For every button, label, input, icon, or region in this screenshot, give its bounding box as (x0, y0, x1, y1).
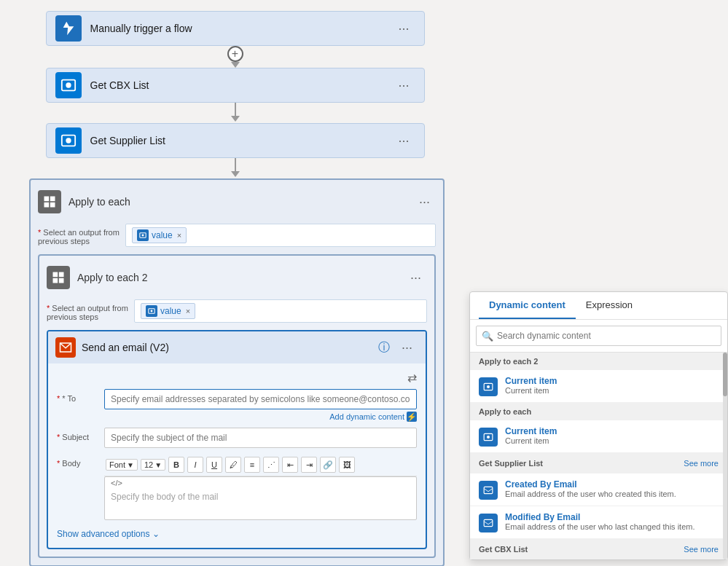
apply-each-label: Apply to each (69, 196, 413, 208)
current-item-2-title: Current item (505, 426, 557, 436)
sharepoint-icon-cbx (55, 72, 82, 98)
value-tag-outer[interactable]: value × (132, 227, 187, 243)
bold-button[interactable]: B (168, 457, 184, 473)
manually-trigger-label: Manually trigger a flow (90, 23, 393, 34)
tab-dynamic-content[interactable]: Dynamic content (479, 292, 576, 319)
select-output-label-inner: * Select an output from previous steps (47, 299, 134, 323)
align-left-button[interactable]: ⇤ (282, 457, 298, 473)
manually-trigger-dots[interactable]: ··· (392, 18, 415, 39)
info-icon[interactable]: ⓘ (378, 340, 390, 355)
apply-each-2-dots[interactable]: ··· (404, 267, 427, 288)
value-tag-icon-outer (137, 229, 149, 241)
underline-button[interactable]: U (206, 457, 222, 473)
value-tag-x-outer[interactable]: × (177, 231, 181, 240)
body-code-indicator: </> (105, 477, 416, 489)
get-supplier-label: Get Supplier List (90, 135, 393, 146)
created-by-email-item[interactable]: Created By Email Email address of the us… (470, 473, 727, 506)
add-dynamic-text[interactable]: Add dynamic content (329, 412, 404, 421)
send-email-icon (55, 337, 76, 358)
svg-rect-13 (59, 278, 64, 283)
svg-rect-4 (44, 197, 50, 202)
main-canvas: Manually trigger a flow ··· + Get CBX Li (0, 0, 728, 566)
section-supplier-label: Get Supplier List (479, 459, 543, 468)
bullet-list-button[interactable]: ≡ (244, 457, 260, 473)
highlight-button[interactable]: 🖊 (225, 457, 241, 473)
current-item-1[interactable]: Current item Current item (470, 370, 727, 403)
svg-rect-5 (50, 197, 55, 202)
dynamic-content-panel: Dynamic content Expression 🔍 Apply to ea… (469, 291, 728, 560)
current-item-1-desc: Current item (505, 386, 557, 395)
scrollbar-thumb[interactable] (723, 353, 727, 396)
italic-button[interactable]: I (187, 457, 203, 473)
apply-each-2-icon (47, 266, 70, 289)
get-supplier-dots[interactable]: ··· (392, 130, 415, 152)
value-tag-x-inner[interactable]: × (186, 307, 190, 315)
current-item-2[interactable]: Current item Current item (470, 420, 727, 453)
chevron-down-icon: ⌄ (152, 529, 160, 539)
to-input[interactable] (104, 389, 417, 409)
value-tag-container-inner[interactable]: value × (134, 299, 427, 323)
trigger-icon (55, 15, 82, 42)
modified-by-email-item[interactable]: Modified By Email Email address of the u… (470, 506, 727, 539)
apply-each-dots[interactable]: ··· (413, 192, 436, 213)
to-label: * * To (57, 389, 104, 403)
manually-trigger-node[interactable]: Manually trigger a flow ··· (46, 11, 425, 46)
send-email-dots[interactable]: ··· (396, 337, 418, 358)
panel-search-area: 🔍 (470, 320, 727, 353)
section-cbx-label: Get CBX List (479, 545, 528, 554)
sharepoint-icon-supplier (55, 127, 82, 154)
svg-point-19 (487, 436, 490, 439)
section-supplier-row: Get Supplier List See more (470, 453, 727, 473)
transfer-icon: ⇄ (407, 372, 417, 384)
image-button[interactable]: 🖼 (339, 457, 355, 473)
created-by-email-desc: Email address of the user who created th… (505, 490, 676, 498)
section-apply-each-2-label: Apply to each 2 (470, 353, 727, 370)
link-button[interactable]: 🔗 (320, 457, 336, 473)
subject-input[interactable] (104, 428, 417, 448)
show-advanced-button[interactable]: Show advanced options ⌄ (57, 526, 417, 542)
flow-area: Manually trigger a flow ··· + Get CBX Li (0, 0, 470, 566)
modified-by-email-desc: Email address of the user who last chang… (505, 522, 694, 531)
body-field[interactable]: </> Specify the body of the mail (104, 476, 417, 520)
tab-expression[interactable]: Expression (576, 292, 643, 319)
created-by-email-icon (479, 481, 498, 500)
get-cbx-dots[interactable]: ··· (392, 75, 415, 96)
modified-by-email-icon (479, 514, 498, 532)
svg-point-15 (151, 310, 153, 313)
svg-rect-7 (50, 203, 55, 208)
body-placeholder-text: Specify the body of the mail (105, 489, 416, 505)
body-toolbar: Font ▼ 12 ▼ B I U (104, 454, 417, 476)
dynamic-content-search[interactable] (476, 326, 721, 346)
subject-label: * Subject (57, 428, 104, 441)
panel-content: Apply to each 2 Current item Current ite… (470, 353, 727, 559)
svg-rect-6 (44, 203, 50, 208)
current-item-2-icon (479, 428, 498, 447)
get-cbx-label: Get CBX List (90, 79, 393, 91)
svg-rect-10 (53, 272, 58, 278)
select-output-label-outer: * Select an output from previous steps (38, 224, 125, 247)
svg-rect-21 (484, 519, 493, 526)
svg-rect-11 (59, 272, 64, 278)
see-more-cbx[interactable]: See more (684, 543, 719, 555)
value-tag-container-outer[interactable]: value × (125, 224, 436, 247)
value-tag-inner[interactable]: value × (141, 303, 195, 319)
font-selector-label: Font (109, 460, 125, 469)
created-by-email-title: Created By Email (505, 479, 676, 490)
align-right-button[interactable]: ⇥ (301, 457, 317, 473)
see-more-supplier[interactable]: See more (684, 457, 719, 469)
get-supplier-list-node[interactable]: Get Supplier List ··· (46, 123, 425, 158)
number-list-button[interactable]: ⋰ (263, 457, 279, 473)
apply-each-icon (38, 190, 61, 213)
add-step-button[interactable]: + (227, 46, 243, 62)
value-tag-icon-inner (146, 305, 157, 317)
get-cbx-list-node[interactable]: Get CBX List ··· (46, 68, 425, 103)
section-apply-each-label: Apply to each (470, 403, 727, 420)
svg-point-9 (142, 235, 144, 237)
modified-by-email-title: Modified By Email (505, 512, 694, 522)
svg-point-1 (66, 82, 71, 87)
panel-tabs: Dynamic content Expression (470, 292, 727, 320)
font-size-value: 12 (144, 460, 153, 469)
to-input-wrapper: Add dynamic content ⚡ (104, 389, 417, 422)
apply-each-2-label: Apply to each 2 (77, 272, 404, 283)
apply-to-each-container: Apply to each ··· * Select an output fro… (29, 178, 445, 566)
